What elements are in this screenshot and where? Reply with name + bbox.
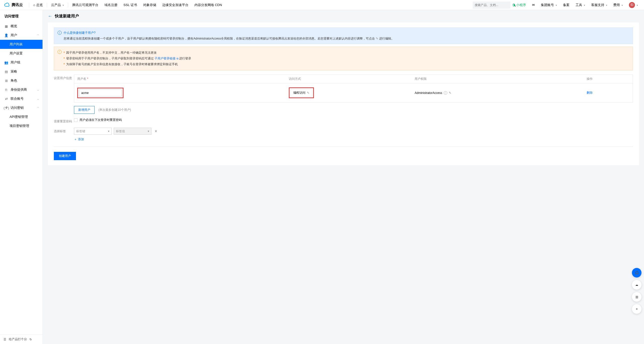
nav-products[interactable]: 云产品 [48,0,67,10]
key-icon: (ፇ) [5,106,8,110]
page-header: ← 快速新建用户 [43,10,644,22]
section-label-reset: 需要重置密码 [54,118,74,124]
top-nav-left: ⌂总览 云产品 腾讯云可观测平台 域名注册 SSL 证书 对象存储 边缘安全加速… [30,0,225,10]
sidebar-item-user[interactable]: 👤用户⌃ [0,31,43,40]
sidebar-item-secret[interactable]: (ፇ)访问密钥⌃ [0,103,43,112]
reset-checkbox-label: 用户必须在下次登录时重置密码 [79,118,122,122]
add-tag-link[interactable]: ＋添加 [74,137,633,142]
external-link-icon: ⧉ [177,57,178,60]
sidebar-item-overview[interactable]: ▦概览 [0,22,43,31]
search-input[interactable] [475,3,512,7]
access-mode-pill[interactable]: 编程访问 ✎ [291,89,312,96]
th-ops: 操作 [584,75,633,83]
role-icon: ⊞ [5,79,8,83]
chevron-up-icon: ⌃ [37,34,39,37]
sidebar-item-user-settings[interactable]: 用户设置 [0,49,43,58]
grid-icon: ▦ [5,24,8,28]
back-arrow-icon[interactable]: ← [48,14,52,19]
warning-icon: ! [58,50,62,54]
access-highlight: 编程访问 ✎ [289,87,314,98]
sidebar-item-role[interactable]: ⊞角色 [0,76,43,85]
info-body: 您将通过当前流程快速创建一个或多个子用户，该子用户默认将拥有随机密码可登录控制台… [64,37,394,41]
home-icon: ⌂ [33,3,35,7]
th-username: 用户名 [74,75,286,83]
tag-value-select[interactable]: 标签值▾ [114,128,151,135]
info-icon[interactable]: i [444,91,447,95]
edit-icon[interactable]: ✎ [307,91,309,95]
sidebar-item-idp[interactable]: ⎘身份提供商⌄ [0,85,43,94]
create-user-button[interactable]: 创建用户 [54,152,76,160]
list-icon[interactable]: ≡ [632,304,641,314]
mail-icon[interactable]: ✉ [530,0,537,10]
cloud-logo-icon [4,2,10,8]
group-icon: 👥 [5,61,8,64]
chevron-down-icon: ▾ [108,129,109,133]
nav-edge[interactable]: 边缘安全加速平台 [159,0,191,10]
tag-key-select[interactable]: 标签键▾ [74,128,112,135]
collapse-icon[interactable]: ☰ [4,338,6,341]
reset-checkbox-row[interactable]: 用户必须在下次登录时重置密码 [74,118,633,122]
plus-icon: ＋ [74,137,77,142]
search-box[interactable]: 🔍 [473,2,510,9]
sidebar-footer[interactable]: ☰ 给产品打个分 ↻ [0,334,43,344]
user-row: 编程访问 ✎ AdministratorAccess i [74,83,633,102]
add-user-button[interactable]: 新增用户 [74,106,95,114]
top-bar: 腾讯云 ⌂总览 云产品 腾讯云可观测平台 域名注册 SSL 证书 对象存储 边缘… [0,0,644,10]
add-user-row: 新增用户 (单次最多创建10个用户) [74,102,633,114]
miniprogram-link[interactable]: ◑小程序 [510,0,528,10]
book-icon[interactable]: ▥ [632,292,641,302]
fee-menu[interactable]: 费用 [611,0,625,10]
info-icon: i [58,31,62,35]
sidebar-item-group[interactable]: 👥用户组 [0,58,43,67]
chevron-down-icon [605,3,607,7]
sidebar-item-api-key[interactable]: API密钥管理 [0,112,43,121]
nav-cos[interactable]: 对象存储 [140,0,159,10]
chevron-down-icon: ▾ [148,129,149,133]
nav-ssl[interactable]: SSL 证书 [120,0,140,10]
section-label-tags: 选择标签 [54,128,74,142]
brand-text: 腾讯云 [12,3,23,7]
sidebar-item-proj-key[interactable]: 项目密钥管理 [0,121,43,130]
divider [54,147,633,147]
sidebar: 访问管理 ▦概览 👤用户⌃ 用户列表 用户设置 👥用户组 ▤策略 ⊞角色 ⎘身份… [0,10,43,344]
edit-icon[interactable]: ✎ [449,91,451,95]
page-title: 快速新建用户 [55,14,79,19]
nav-cdn[interactable]: 内容分发网络 CDN [191,0,225,10]
delete-link[interactable]: 删除 [587,91,593,94]
chevron-down-icon [583,3,585,7]
remove-tag-icon[interactable]: ✕ [153,129,158,133]
avatar[interactable]: 归 [627,0,640,10]
refresh-icon[interactable]: ↻ [29,338,32,341]
beian-link[interactable]: 备案 [561,0,572,10]
th-access: 访问方式 [286,75,412,83]
edit-icon[interactable]: ✎ [376,37,378,40]
idp-icon: ⎘ [5,88,8,92]
user-icon: 👤 [5,33,8,37]
cloud-sync-icon[interactable]: ☁ [632,280,641,290]
nav-obs[interactable]: 腾讯云可观测平台 [69,0,101,10]
chevron-up-icon: ⌃ [37,107,39,109]
checkbox[interactable] [74,118,77,122]
divider [29,3,29,7]
warn-item-2: 登录密码用于子用户登录控制台，子用户获取到登录密码后可通过 子用户登录链接 ⧉ … [64,56,191,61]
permission-cell: AdministratorAccess i ✎ [415,91,581,95]
sub-user-login-link[interactable]: 子用户登录链接 ⧉ [154,57,178,60]
nav-overview[interactable]: ⌂总览 [30,0,46,10]
warn-item-1: 因子用户登录使用用户名，不支持中文，用户名一经确定将无法更改 [64,50,191,56]
th-perm: 用户权限 [412,75,584,83]
sidebar-item-policy[interactable]: ▤策略 [0,67,43,76]
headset-icon[interactable]: 🎧 [632,268,641,278]
tools-menu[interactable]: 工具 [574,0,587,10]
support-menu[interactable]: 客服支持 [589,0,609,10]
sidebar-item-fed[interactable]: ⇄联合账号⌄ [0,94,43,103]
username-input[interactable] [79,89,122,96]
sidebar-item-user-list[interactable]: 用户列表 [0,40,43,49]
chevron-down-icon [621,3,623,7]
nav-domain[interactable]: 域名注册 [101,0,120,10]
username-highlight [77,88,124,98]
info-banner: i 什么是快捷创建子用户? 您将通过当前流程快速创建一个或多个子用户，该子用户默… [54,27,633,44]
logo[interactable]: 腾讯云 [4,2,23,8]
warn-item-3: 为保障子账号的账户安全和信息有效接收，子账号在登录时将被要求绑定和验证手机 [64,61,191,67]
chevron-down-icon [555,3,557,7]
group-account[interactable]: 集团账号 [539,0,559,10]
